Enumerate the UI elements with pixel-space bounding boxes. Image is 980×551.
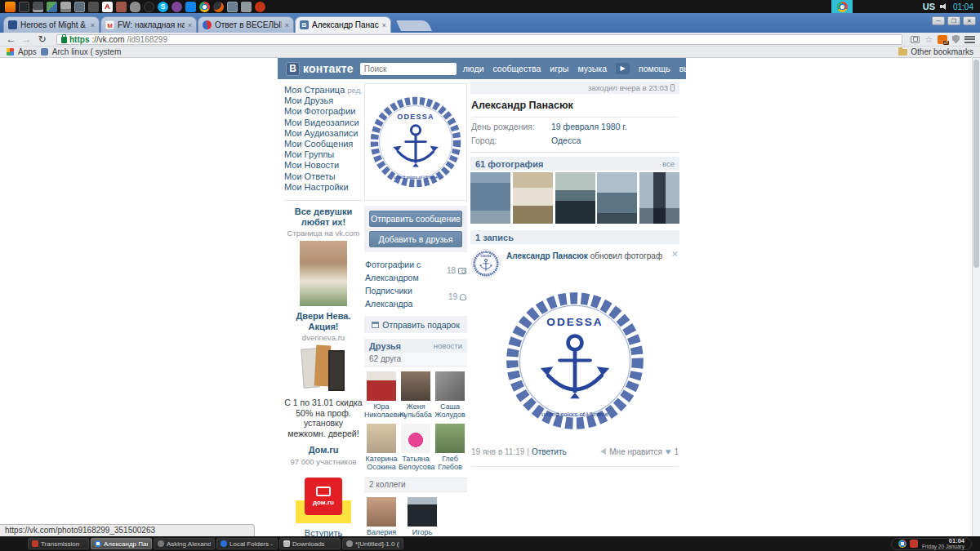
apps-grid-icon[interactable] [7,48,14,56]
send-gift-bar[interactable]: Отправить подарок [364,316,467,333]
friends-news-link[interactable]: новости [434,341,462,350]
friend-item[interactable]: Глеб Глебов [433,424,467,471]
bookmark-item[interactable]: Arch linux ( system [52,47,121,56]
post-reply-link[interactable]: Ответить [532,447,567,456]
sidebar-item[interactable]: Мои Фотографии [284,106,363,117]
panel-app-icon[interactable] [213,2,224,12]
panel-app-icon[interactable] [241,2,252,12]
vk-nav-item[interactable]: музыка [577,64,607,73]
sidebar-item[interactable]: Мои Сообщения [284,139,363,149]
add-friend-button[interactable]: Добавить в друзья [369,231,462,247]
post-photo-anchor-logo[interactable] [501,287,649,435]
taskbar-item[interactable]: Transmission [28,538,89,549]
friend-name[interactable]: Юра Николаевич [364,402,399,419]
tab-close-icon[interactable]: × [285,21,289,29]
friend-item[interactable]: Юра Николаевич [364,371,399,419]
photos-title[interactable]: 61 фотография [475,159,543,169]
edit-link[interactable]: ред. [347,86,363,95]
friend-avatar[interactable] [367,424,396,453]
friend-name[interactable]: Женя Кульбаба [399,402,433,419]
taskbar-clock[interactable]: 01:04 Friday 20 January [922,538,964,550]
sidebar-item[interactable]: Мои Аудиозаписи [284,128,363,139]
colleague-avatar[interactable] [408,497,437,527]
photos-with-link[interactable]: Фотографии с Александром [365,258,447,284]
panel-app-icon[interactable] [185,2,196,12]
tab-close-icon[interactable]: × [91,21,95,29]
ad-title[interactable]: Двери Нева. Акция! [284,311,363,331]
taskbar-item[interactable]: Александр Панасюк... [91,538,152,549]
friends-title[interactable]: Друзья [369,341,401,351]
friend-name[interactable]: Татьяна Белоусова [399,455,433,471]
minimize-button[interactable]: ─ [932,16,945,25]
panel-app-icon[interactable] [88,2,99,12]
panel-app-icon[interactable] [74,2,85,12]
volume-icon[interactable] [940,3,948,10]
panel-app-icon[interactable] [116,2,127,12]
browser-tab[interactable]: Ответ в ВЕСЕЛЫЕ КА × [198,16,294,33]
friend-item[interactable]: Саша Жолудов [433,371,467,419]
sidebar-item[interactable]: Мои Ответы [284,171,363,182]
panel-app-icon[interactable] [102,2,113,12]
friend-avatar[interactable] [401,371,430,401]
photo-thumbnail-river[interactable] [597,172,637,224]
tab-close-icon[interactable]: × [382,21,386,29]
post-close-icon[interactable]: ✕ [668,249,679,278]
vk-nav-item[interactable]: сообщества [493,64,541,73]
taskbar-item[interactable]: Downloads [279,538,341,549]
sidebar-item[interactable]: Мои Группы [284,149,363,160]
friend-item[interactable]: Женя Кульбаба [399,371,433,419]
friend-name[interactable]: Катерина Осокина [364,455,399,471]
other-bookmarks[interactable]: Other bookmarks [911,47,973,56]
ad-image-domru[interactable]: дом.ru [296,469,351,523]
friend-avatar[interactable] [435,424,465,453]
colleague-item[interactable]: Валерия [364,497,399,536]
tab-cast-icon[interactable] [911,36,920,43]
city-value[interactable]: Одесса [551,136,581,145]
bookmark-star-icon[interactable]: ☆ [924,34,933,45]
friend-name[interactable]: Саша Жолудов [433,402,467,419]
close-button[interactable]: ✕ [963,16,976,25]
sidebar-item[interactable]: Мои Видеозаписи [284,118,363,128]
share-icon[interactable] [600,448,606,455]
ad-image-woman-roses[interactable] [300,241,347,306]
panel-app-icon[interactable] [227,2,238,12]
panel-app-icon[interactable] [158,2,168,12]
sidebar-item[interactable]: Мои Друзья [284,96,363,106]
panel-app-icon[interactable] [5,2,16,12]
vk-logo[interactable]: В контакте [286,62,354,76]
colleague-name[interactable]: Валерия [364,528,399,536]
photo-thumbnail-lake[interactable] [555,172,595,224]
heart-icon[interactable]: ♥ [666,447,671,456]
vk-search-input[interactable] [360,63,457,75]
post-date[interactable]: 19 янв в 11:19 [471,447,524,456]
forward-button[interactable]: → [20,33,33,45]
wall-title[interactable]: 1 запись [475,233,514,242]
vk-nav-item[interactable]: помощь [639,64,670,73]
tab-close-icon[interactable]: × [188,21,192,29]
post-author-link[interactable]: Александр Панасюк [506,251,588,260]
browser-tab[interactable]: FW: накладная на ве × [100,16,197,33]
sidebar-item[interactable]: Мои Настройки [284,182,363,193]
active-app-indicator[interactable] [831,0,853,13]
browser-tab[interactable]: Александр Панасюк × [295,16,391,33]
extension-off-icon[interactable] [938,35,947,44]
panel-app-icon[interactable] [60,2,71,12]
apps-label[interactable]: Apps [18,47,37,56]
tray-icon[interactable] [898,540,906,548]
friend-avatar[interactable] [367,371,396,401]
post-author-avatar[interactable] [471,249,501,278]
browser-menu-icon[interactable] [964,36,975,43]
panel-app-icon[interactable] [199,2,210,12]
friend-name[interactable]: Глеб Глебов [433,455,467,471]
new-tab-button[interactable] [396,20,432,31]
birthday-value[interactable]: 19 февраля 1980 г. [551,122,627,131]
friend-item[interactable]: Татьяна Белоусова [399,424,433,471]
keyboard-layout-indicator[interactable]: US [923,2,935,11]
taskbar-item[interactable]: Local Folders - Mozil... [216,538,278,549]
restore-button[interactable]: ❐ [947,16,960,25]
friend-avatar[interactable] [401,424,430,453]
panel-app-icon[interactable] [19,2,29,12]
panel-clock[interactable]: 01:04 [953,2,973,11]
photos-all-link[interactable]: все [662,159,675,168]
panel-app-icon[interactable] [255,2,265,12]
